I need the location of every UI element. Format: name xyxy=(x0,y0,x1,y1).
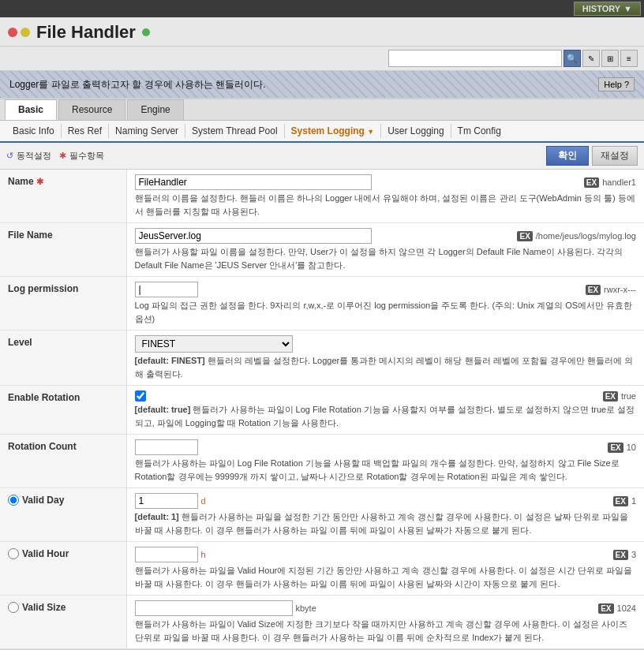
toolbar-btn-2[interactable]: ⊞ xyxy=(601,50,619,67)
search-bar: 🔍 ✎ ⊞ ≡ xyxy=(0,47,644,71)
tab-resource[interactable]: Resource xyxy=(58,99,125,120)
field-row: kbyte EX 1024 xyxy=(135,600,637,616)
label-valid-hour: Valid Hour xyxy=(0,542,126,596)
toolbar-btn-1[interactable]: ✎ xyxy=(582,50,600,67)
action-left: ↺ 동적설정 ✱ 필수항목 xyxy=(6,150,104,162)
tab-engine[interactable]: Engine xyxy=(127,99,183,120)
dropdown-arrow-icon: ▼ xyxy=(367,128,374,136)
list-icon: ≡ xyxy=(627,54,631,63)
subnav-naming-server[interactable]: Naming Server xyxy=(109,124,185,138)
label-valid-day: Valid Day xyxy=(0,488,126,542)
confirm-button[interactable]: 확인 xyxy=(546,146,589,166)
toolbar-btn-3[interactable]: ≡ xyxy=(620,50,638,67)
level-select[interactable]: FINEST FINER FINE CONFIG INFO WARNING SE… xyxy=(135,335,293,353)
enable-rotation-checkbox[interactable] xyxy=(135,390,146,402)
ex-badge: EX xyxy=(584,177,599,188)
main-tabs: Basic Resource Engine xyxy=(0,99,644,121)
field-row: h EX 3 xyxy=(135,547,637,562)
valid-size-radio[interactable] xyxy=(8,602,19,613)
desc-text: [default: true] 핸들러가 사용하는 파일이 Log File R… xyxy=(135,403,637,429)
desc-text: 핸들러가 사용할 파일 이름을 설정한다. 만약, User가 이 설정을 하지… xyxy=(135,245,637,271)
value-enable-rotation: EX true [default: true] 핸들러가 사용하는 파일이 Lo… xyxy=(126,386,644,435)
label-rotation-count: Rotation Count xyxy=(0,435,126,488)
table-row: Name ✱ EX handler1 핸들러의 이름을 설정한다. 핸들러 이름… xyxy=(0,170,644,223)
subnav-system-logging[interactable]: System Logging ▼ xyxy=(285,124,382,138)
dynamic-setting-label: ↺ 동적설정 xyxy=(6,150,51,162)
description-banner: Logger를 파일로 출력하고자 할 경우에 사용하는 핸들러이다. Help… xyxy=(0,71,644,98)
grid-icon: ⊞ xyxy=(607,54,613,63)
dropdown-arrow-icon: ▼ xyxy=(623,4,632,13)
subnav-user-logging[interactable]: User Logging xyxy=(381,124,451,138)
ex-badge: EX xyxy=(613,496,628,506)
search-button[interactable]: 🔍 xyxy=(564,50,581,67)
value-level: FINEST FINER FINE CONFIG INFO WARNING SE… xyxy=(126,331,644,386)
field-row: EX handler1 xyxy=(135,174,637,190)
subnav-system-thread-pool[interactable]: System Thread Pool xyxy=(185,124,285,138)
hour-suffix: h xyxy=(201,550,206,559)
logperm-input[interactable] xyxy=(135,282,198,297)
day-suffix: d xyxy=(201,496,206,506)
required-label-text: 필수항목 xyxy=(69,150,104,162)
field-row: EX rwxr-x--- xyxy=(135,282,637,297)
subnav-tm-config[interactable]: Tm Config xyxy=(451,124,507,138)
close-dot xyxy=(8,28,17,37)
valid-hour-input[interactable] xyxy=(135,547,198,562)
form-table: Name ✱ EX handler1 핸들러의 이름을 설정한다. 핸들러 이름… xyxy=(0,170,644,649)
table-row: Log permission EX rwxr-x--- Log 파일의 접근 권… xyxy=(0,277,644,331)
field-row: EX /home/jeus/logs/mylog.log xyxy=(135,228,637,244)
tab-basic[interactable]: Basic xyxy=(5,99,57,120)
ex-badge: EX xyxy=(586,285,601,295)
value-rotation-count: EX 10 핸들러가 사용하는 파일이 Log File Rotation 기능… xyxy=(126,435,644,488)
history-button[interactable]: HISTORY ▼ xyxy=(574,2,641,16)
status-dot xyxy=(142,28,150,36)
table-row: Valid Hour h EX 3 핸들러가 사용하는 파일을 Valid Ho… xyxy=(0,542,644,596)
label-name: Name ✱ xyxy=(0,170,126,223)
table-row: Enable Rotation EX true [default: true] … xyxy=(0,386,644,435)
header: File Handler xyxy=(0,17,644,47)
ex-badge: EX xyxy=(608,443,623,453)
subnav-system-logging-label: System Logging xyxy=(291,125,365,136)
table-row: Valid Day d EX 1 [default: 1] 핸들러가 사용하는 … xyxy=(0,488,644,542)
table-row: File Name EX /home/jeus/logs/mylog.log 핸… xyxy=(0,223,644,277)
dynamic-label-text: 동적설정 xyxy=(17,150,51,162)
required-star-icon: ✱ xyxy=(59,151,66,161)
dynamic-icon: ↺ xyxy=(6,151,13,161)
valid-hour-radio[interactable] xyxy=(8,548,19,559)
ex-badge: EX xyxy=(613,550,628,560)
label-filename: File Name xyxy=(0,223,126,277)
value-valid-hour: h EX 3 핸들러가 사용하는 파일을 Valid Hour에 지정된 기간 … xyxy=(126,542,644,596)
field-row: d EX 1 xyxy=(135,493,637,509)
valid-size-input[interactable] xyxy=(135,600,293,616)
valid-day-radio[interactable] xyxy=(8,495,19,506)
desc-text: [default: 1] 핸들러가 사용하는 파일을 설정한 기간 동안만 사용… xyxy=(135,510,637,536)
ex-value: 1024 xyxy=(617,603,636,613)
field-row: EX true xyxy=(135,390,637,402)
value-name: EX handler1 핸들러의 이름을 설정한다. 핸들러 이름은 하나의 L… xyxy=(126,170,644,223)
subnav-res-ref[interactable]: Res Ref xyxy=(62,124,109,138)
ex-value: /home/jeus/logs/mylog.log xyxy=(536,231,636,241)
label-valid-size: Valid Size xyxy=(0,596,126,649)
ex-badge: EX xyxy=(598,603,613,614)
page-title: File Handler xyxy=(36,22,136,43)
description-text: Logger를 파일로 출력하고자 할 경우에 사용하는 핸들러이다. xyxy=(9,78,266,92)
edit-icon: ✎ xyxy=(588,54,594,63)
filename-input[interactable] xyxy=(135,228,372,244)
name-input[interactable] xyxy=(135,174,372,190)
desc-text: [default: FINEST] 핸들러의 레벨을 설정한다. Logger를… xyxy=(135,354,637,380)
minimize-dot xyxy=(21,28,30,37)
help-button[interactable]: Help ? xyxy=(598,77,635,92)
search-input[interactable] xyxy=(388,50,562,67)
ex-value: 3 xyxy=(631,550,636,559)
valid-day-input[interactable] xyxy=(135,493,198,509)
label-logperm: Log permission xyxy=(0,277,126,331)
subnav-basic-info[interactable]: Basic Info xyxy=(6,124,62,138)
rotation-count-input[interactable] xyxy=(135,439,198,455)
label-level: Level xyxy=(0,331,126,386)
required-star-icon: ✱ xyxy=(36,177,43,186)
ex-value: handler1 xyxy=(602,177,636,187)
value-logperm: EX rwxr-x--- Log 파일의 접근 권한 설정을 한다. 9자리의 … xyxy=(126,277,644,331)
reset-button[interactable]: 재설정 xyxy=(592,146,638,166)
action-right: 확인 재설정 xyxy=(546,146,638,166)
search-icon: 🔍 xyxy=(567,54,578,64)
desc-text: 핸들러가 사용하는 파일이 Valid Size에 지정한 크기보다 작을 때까… xyxy=(135,618,637,644)
